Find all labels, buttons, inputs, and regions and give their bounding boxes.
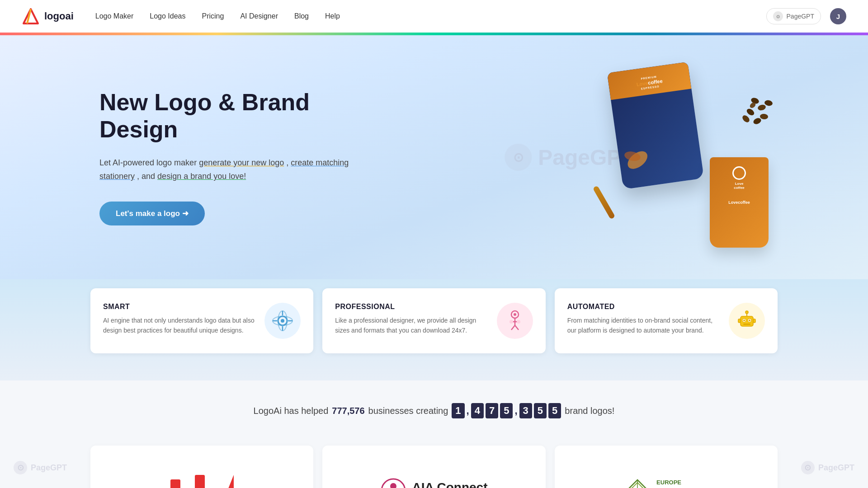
stats-suffix: brand logos! xyxy=(565,406,614,416)
nav-left: logoai Logo Maker Logo Ideas Pricing AI … xyxy=(22,7,340,25)
hero-link-brand[interactable]: design a brand you love! xyxy=(157,172,246,181)
stats-mid: businesses creating xyxy=(368,406,448,416)
spoon-illustration xyxy=(593,185,615,219)
logo-card-europe-env: EUROPEENVIRONMENTALTECHNOLOGY xyxy=(555,446,778,488)
counter-d4: 5 xyxy=(500,403,513,418)
nav-link-logo-maker[interactable]: Logo Maker xyxy=(95,12,134,20)
svg-point-27 xyxy=(517,320,520,324)
feature-icon-professional xyxy=(497,303,533,339)
europe-env-icon xyxy=(625,478,650,488)
coffee-bag-illustration: PREMIUM Lovecoffee ESPRESSO xyxy=(607,62,704,190)
pagegpt-icon: ⊙ xyxy=(773,11,783,21)
counter-d1: 1 xyxy=(452,403,464,418)
coffee-cup-illustration: Lovecoffee xyxy=(710,157,769,248)
nav-link-help[interactable]: Help xyxy=(325,12,340,20)
hero-section: New Logo & Brand Design Let AI-powered l… xyxy=(0,35,868,279)
features-section: SMART AI engine that not only understand… xyxy=(0,279,868,380)
coffee-beans-illustration xyxy=(719,94,773,139)
feature-icon-automated xyxy=(729,303,765,339)
logos-grid: AIA Connect DIGITAL AGENCY EUROPEENVIRON… xyxy=(90,446,778,488)
feature-desc-automated: From matching identities to on-brand soc… xyxy=(567,315,720,336)
counter-d6: 5 xyxy=(534,403,547,418)
nav-right: ⊙ PageGPT J xyxy=(766,8,846,24)
nav-link-logo-ideas[interactable]: Logo Ideas xyxy=(150,12,185,20)
feature-card-smart: SMART AI engine that not only understand… xyxy=(90,288,313,353)
navbar: logoai Logo Maker Logo Ideas Pricing AI … xyxy=(0,0,868,33)
counter-d7: 5 xyxy=(548,403,561,418)
europe-env-text: EUROPEENVIRONMENTALTECHNOLOGY xyxy=(656,479,707,488)
counter-d2: 4 xyxy=(471,403,484,418)
logo-icon xyxy=(22,7,40,25)
hero-link-generate[interactable]: generate your new logo xyxy=(199,158,284,167)
svg-point-39 xyxy=(390,483,396,488)
svg-point-26 xyxy=(509,320,513,324)
logo-card-aia-connect: AIA Connect DIGITAL AGENCY xyxy=(322,446,545,488)
pagegpt-label: PageGPT xyxy=(787,13,814,20)
svg-point-6 xyxy=(745,108,755,117)
svg-rect-33 xyxy=(743,324,750,325)
svg-point-32 xyxy=(749,319,750,321)
svg-line-24 xyxy=(511,325,515,330)
stats-text: LogoAi has helped 777,576 businesses cre… xyxy=(0,403,868,418)
stats-number: 777,576 xyxy=(332,406,364,416)
counter-d5: 3 xyxy=(519,403,532,418)
svg-point-7 xyxy=(760,113,769,120)
feature-desc-professional: Like a professional designer, we provide… xyxy=(335,315,487,336)
aia-connect-icon xyxy=(381,478,406,488)
logos-section: AIA Connect DIGITAL AGENCY EUROPEENVIRON… xyxy=(0,441,868,488)
svg-point-5 xyxy=(757,104,766,111)
nav-link-ai-designer[interactable]: AI Designer xyxy=(240,12,278,20)
features-grid: SMART AI engine that not only understand… xyxy=(90,279,778,353)
user-avatar[interactable]: J xyxy=(830,8,846,24)
stats-section: LogoAi has helped 777,576 businesses cre… xyxy=(0,380,868,441)
svg-point-10 xyxy=(764,100,773,107)
logo-text: logoai xyxy=(44,10,74,22)
red-bars-logo xyxy=(170,475,234,488)
aia-name: AIA Connect xyxy=(412,481,488,488)
feature-card-professional: PROFESSIONAL Like a professional designe… xyxy=(322,288,545,353)
svg-point-13 xyxy=(281,319,284,323)
hero-title: New Logo & Brand Design xyxy=(99,89,371,143)
feature-card-automated: AUTOMATED From matching identities to on… xyxy=(555,288,778,353)
stats-counter: 1 , 4 7 5 , 3 5 5 xyxy=(452,403,561,418)
svg-point-8 xyxy=(752,117,762,125)
nav-link-pricing[interactable]: Pricing xyxy=(202,12,224,20)
feature-desc-smart: AI engine that not only understands logo… xyxy=(103,315,255,336)
feature-icon-smart xyxy=(264,303,301,339)
svg-line-25 xyxy=(515,325,519,330)
feature-title-professional: PROFESSIONAL xyxy=(335,303,487,311)
hero-desc-mid1: , xyxy=(286,158,291,167)
nav-links: Logo Maker Logo Ideas Pricing AI Designe… xyxy=(95,12,340,20)
logo-link[interactable]: logoai xyxy=(22,7,74,25)
svg-rect-37 xyxy=(753,319,755,323)
nav-link-blog[interactable]: Blog xyxy=(294,12,309,20)
counter-d3: 7 xyxy=(486,403,498,418)
feature-title-automated: AUTOMATED xyxy=(567,303,720,311)
svg-rect-36 xyxy=(738,319,741,323)
hero-desc-mid2: , and xyxy=(137,172,157,181)
hero-description: Let AI-powered logo maker generate your … xyxy=(99,156,371,183)
svg-point-9 xyxy=(741,114,750,123)
logo-card-red-bars xyxy=(90,446,313,488)
hero-desc-prefix: Let AI-powered logo maker xyxy=(99,158,199,167)
stats-prefix: LogoAi has helped xyxy=(254,406,329,416)
pagegpt-badge[interactable]: ⊙ PageGPT xyxy=(766,8,821,24)
svg-point-31 xyxy=(743,319,745,321)
cta-button[interactable]: Let's make a logo ➜ xyxy=(99,202,205,225)
svg-point-35 xyxy=(745,311,748,314)
svg-point-21 xyxy=(514,313,516,316)
hero-image: ⊙ PageGPT PREMIUM Lovecoffee ESPRESSO xyxy=(371,62,769,252)
hero-content: New Logo & Brand Design Let AI-powered l… xyxy=(99,89,371,225)
hero-mockup: PREMIUM Lovecoffee ESPRESSO Lovecoffee xyxy=(597,67,769,248)
feature-title-smart: SMART xyxy=(103,303,255,311)
